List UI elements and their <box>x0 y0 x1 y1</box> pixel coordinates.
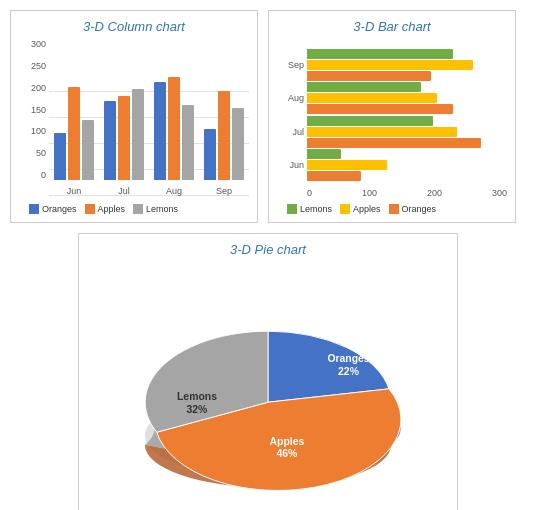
bar-legend-apples: Apples <box>340 204 381 214</box>
bar-lemons-jun <box>307 149 341 159</box>
col-group-sep <box>199 91 249 180</box>
pie-chart-title: 3-D Pie chart <box>87 242 449 257</box>
col-bar-lemons-jun <box>82 120 94 180</box>
pie-label-oranges: Oranges <box>327 353 369 364</box>
bar-x-0: 0 <box>307 188 312 198</box>
col-bar-lemons-aug <box>182 105 194 180</box>
pie-svg: Oranges 22% Apples 46% Lemons 32% <box>107 283 429 493</box>
col-bar-apples-sep <box>218 91 230 180</box>
bar-lemons-sep <box>307 49 453 59</box>
bar-group-jul <box>307 116 507 148</box>
y-label-50: 50 <box>36 149 46 158</box>
legend-swatch-apples <box>85 204 95 214</box>
bar-bars-area <box>307 48 507 182</box>
bar-oranges-jun <box>307 171 361 181</box>
bar-oranges-jul <box>307 138 481 148</box>
x-label-jul: Jul <box>99 186 149 196</box>
bar-chart-box: 3-D Bar chart Sep Aug Jul Jun <box>268 10 516 223</box>
bar-legend-lemons: Lemons <box>287 204 332 214</box>
bar-y-aug: Aug <box>288 93 304 103</box>
legend-swatch-oranges <box>29 204 39 214</box>
legend-item-apples: Apples <box>85 204 126 214</box>
col-bar-oranges-sep <box>204 129 216 180</box>
col-bar-oranges-jun <box>54 133 66 180</box>
bar-legend-swatch-apples <box>340 204 350 214</box>
bar-legend-label-lemons: Lemons <box>300 204 332 214</box>
bar-apples-sep <box>307 60 473 70</box>
y-label-300: 300 <box>31 40 46 49</box>
col-group-aug <box>149 77 199 180</box>
x-label-sep: Sep <box>199 186 249 196</box>
pie-pct-lemons: 32% <box>187 404 208 415</box>
bar-lemons-jul <box>307 116 433 126</box>
col-bar-apples-aug <box>168 77 180 180</box>
col-bar-lemons-jul <box>132 89 144 180</box>
bar-oranges-sep <box>307 71 431 81</box>
bar-x-100: 100 <box>362 188 377 198</box>
column-x-labels: Jun Jul Aug Sep <box>49 186 249 196</box>
bar-y-jun: Jun <box>289 160 304 170</box>
top-row: 3-D Column chart 0 50 100 150 200 250 30… <box>10 10 526 223</box>
x-label-aug: Aug <box>149 186 199 196</box>
pie-area: Oranges 22% Apples 46% Lemons 32% <box>87 263 449 510</box>
legend-item-lemons: Lemons <box>133 204 178 214</box>
column-chart-box: 3-D Column chart 0 50 100 150 200 250 30… <box>10 10 258 223</box>
bar-oranges-aug <box>307 104 453 114</box>
column-legend: Oranges Apples Lemons <box>19 204 249 214</box>
col-bar-apples-jun <box>68 87 80 180</box>
y-label-150: 150 <box>31 106 46 115</box>
y-label-200: 200 <box>31 84 46 93</box>
page: 3-D Column chart 0 50 100 150 200 250 30… <box>0 0 536 510</box>
bar-y-sep: Sep <box>288 60 304 70</box>
col-bar-oranges-aug <box>154 82 166 180</box>
bar-group-sep <box>307 49 507 81</box>
bar-y-labels: Sep Aug Jul Jun <box>277 48 307 182</box>
bottom-row: 3-D Pie chart <box>10 233 526 510</box>
col-bar-oranges-jul <box>104 101 116 180</box>
bar-group-aug <box>307 82 507 114</box>
pie-pct-oranges: 22% <box>338 366 359 377</box>
pie-label-apples: Apples <box>270 436 305 447</box>
bar-y-jul: Jul <box>292 127 304 137</box>
bar-apples-jun <box>307 160 387 170</box>
bar-x-300: 300 <box>492 188 507 198</box>
col-bar-lemons-sep <box>232 108 244 180</box>
bar-legend-swatch-oranges <box>389 204 399 214</box>
column-chart-title: 3-D Column chart <box>19 19 249 34</box>
column-y-axis: 0 50 100 150 200 250 300 <box>19 40 49 180</box>
legend-label-oranges: Oranges <box>42 204 77 214</box>
bar-group-jun <box>307 149 507 181</box>
legend-swatch-lemons <box>133 204 143 214</box>
bar-apples-jul <box>307 127 457 137</box>
legend-item-oranges: Oranges <box>29 204 77 214</box>
bar-x-200: 200 <box>427 188 442 198</box>
pie-label-lemons: Lemons <box>177 391 217 402</box>
bar-legend-label-apples: Apples <box>353 204 381 214</box>
column-bars-area <box>49 40 249 180</box>
legend-label-lemons: Lemons <box>146 204 178 214</box>
bar-legend-oranges: Oranges <box>389 204 437 214</box>
y-label-0: 0 <box>41 171 46 180</box>
bar-chart-title: 3-D Bar chart <box>277 19 507 34</box>
pie-chart-box: 3-D Pie chart <box>78 233 458 510</box>
column-chart-area: 0 50 100 150 200 250 300 <box>19 40 249 200</box>
col-group-jul <box>99 89 149 180</box>
col-group-jun <box>49 87 99 180</box>
bar-chart-area: Sep Aug Jul Jun <box>277 40 507 200</box>
bar-lemons-aug <box>307 82 421 92</box>
x-label-jun: Jun <box>49 186 99 196</box>
bar-legend-swatch-lemons <box>287 204 297 214</box>
col-bar-apples-jul <box>118 96 130 180</box>
y-label-100: 100 <box>31 127 46 136</box>
pie-pct-apples: 46% <box>277 448 298 459</box>
bar-x-labels: 0 100 200 300 <box>307 188 507 198</box>
bar-legend: Lemons Apples Oranges <box>277 204 507 214</box>
bar-apples-aug <box>307 93 437 103</box>
legend-label-apples: Apples <box>98 204 126 214</box>
y-label-250: 250 <box>31 62 46 71</box>
bar-legend-label-oranges: Oranges <box>402 204 437 214</box>
